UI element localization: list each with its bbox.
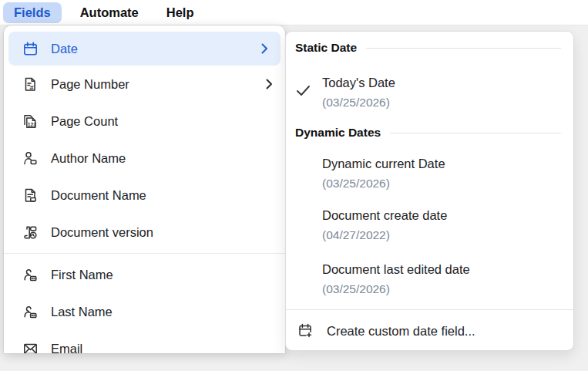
menubar-item-automate[interactable]: Automate [71,2,148,23]
document-version-icon [22,224,39,241]
menubar: Fields Automate Help [0,0,588,25]
menu-item-label: First Name [51,268,113,282]
submenu-item-date-value: (03/25/2026) [322,93,561,112]
svg-text:123: 123 [28,121,36,126]
svg-text:#: # [30,83,35,91]
submenu-item-label: Today's Date [322,73,561,92]
menu-item-label: Document version [51,225,153,240]
menu-separator [4,253,285,254]
menu-item-author-name[interactable]: Author Name [4,140,285,177]
submenu-item-date-value: (04/27/2022) [322,226,561,245]
menubar-item-help[interactable]: Help [157,2,203,23]
menu-item-label: Author Name [51,151,126,166]
menubar-item-fields[interactable]: Fields [3,2,62,23]
submenu-item-todays-date[interactable]: Today's Date (03/25/2026) [286,70,573,115]
chevron-right-icon [266,79,273,89]
section-header-label: Static Date [295,41,357,55]
menu-item-date[interactable]: Date [8,32,281,66]
author-icon [22,150,39,167]
menu-item-label: Last Name [51,305,113,319]
submenu-item-label: Document last edited date [322,260,561,278]
page-count-icon: 123 [22,113,39,130]
menu-item-email[interactable]: Email [4,330,285,353]
fields-menu: Date # Page Number [4,25,285,353]
calendar-plus-icon [297,322,314,339]
person-card-icon [22,267,39,283]
menu-item-label: Page Number [51,77,129,92]
submenu-item-document-last-edited-date[interactable]: Document last edited date (03/25/2026) [286,257,573,302]
menu-item-last-name[interactable]: Last Name [4,293,285,330]
submenu-item-date-value: (03/25/2026) [322,174,561,193]
check-icon [296,85,311,96]
person-card-icon [22,304,39,320]
section-header-rule [366,48,561,49]
menu-item-page-number[interactable]: # Page Number [4,66,285,103]
section-header-label: Dynamic Dates [295,126,381,140]
submenu-item-date-value: (03/25/2026) [322,280,561,298]
section-header-rule [390,133,561,133]
menu-item-document-name[interactable]: Document Name [4,177,285,214]
menu-item-document-version[interactable]: Document version [4,214,285,251]
submenu-item-label: Dynamic current Date [322,154,561,173]
envelope-icon [22,341,39,354]
menu-item-first-name[interactable]: First Name [4,256,285,293]
submenu-section-static-date: Static Date [286,38,573,58]
chevron-right-icon [261,43,268,54]
submenu-item-document-create-date[interactable]: Document create date (04/27/2022) [286,203,573,248]
menu-item-label: Email [51,342,82,354]
menu-item-label: Date [51,42,78,56]
calendar-icon [22,41,39,57]
submenu-item-label: Document create date [322,206,561,224]
submenu-section-dynamic-dates: Dynamic Dates [286,123,573,143]
menu-item-label: Document Name [51,188,146,203]
page-number-icon: # [22,76,39,93]
submenu-separator [286,309,573,310]
menu-item-page-count[interactable]: 123 Page Count [4,103,285,140]
date-submenu: Static Date Today's Date (03/25/2026) Dy… [285,31,574,351]
submenu-item-dynamic-current-date[interactable]: Dynamic current Date (03/25/2026) [286,151,573,196]
create-custom-date-field[interactable]: Create custom date field... [286,314,573,348]
create-custom-date-field-label: Create custom date field... [327,324,475,339]
menu-item-label: Page Count [51,114,118,129]
document-name-icon [22,187,39,204]
